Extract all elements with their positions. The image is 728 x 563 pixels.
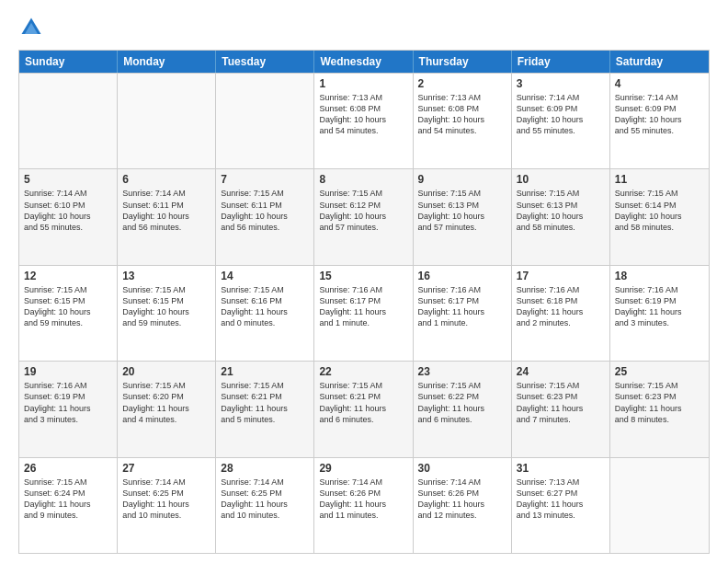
day-number: 18 (615, 270, 704, 282)
day-number: 14 (221, 270, 309, 282)
day-number: 19 (24, 365, 112, 378)
logo (18, 15, 48, 40)
day-number: 28 (221, 462, 309, 475)
cal-cell-3-6: 25Sunrise: 7:15 AM Sunset: 6:23 PM Dayli… (610, 362, 709, 456)
day-info: Sunrise: 7:16 AM Sunset: 6:17 PM Dayligh… (319, 284, 407, 329)
day-info: Sunrise: 7:15 AM Sunset: 6:13 PM Dayligh… (517, 188, 605, 233)
cal-cell-3-3: 22Sunrise: 7:15 AM Sunset: 6:21 PM Dayli… (314, 362, 413, 456)
day-info: Sunrise: 7:15 AM Sunset: 6:13 PM Dayligh… (418, 188, 506, 233)
cal-cell-3-1: 20Sunrise: 7:15 AM Sunset: 6:20 PM Dayli… (118, 362, 216, 456)
day-info: Sunrise: 7:15 AM Sunset: 6:12 PM Dayligh… (319, 188, 407, 233)
day-number: 30 (418, 462, 506, 475)
header (18, 15, 710, 40)
day-number: 27 (122, 462, 210, 475)
cal-cell-0-6: 4Sunrise: 7:14 AM Sunset: 6:09 PM Daylig… (610, 74, 709, 168)
day-number: 13 (122, 270, 210, 282)
day-info: Sunrise: 7:14 AM Sunset: 6:11 PM Dayligh… (122, 188, 210, 233)
calendar: SundayMondayTuesdayWednesdayThursdayFrid… (18, 50, 710, 554)
day-info: Sunrise: 7:15 AM Sunset: 6:21 PM Dayligh… (221, 380, 309, 425)
day-number: 29 (319, 462, 407, 475)
cal-cell-4-5: 31Sunrise: 7:13 AM Sunset: 6:27 PM Dayli… (512, 458, 610, 553)
day-number: 9 (418, 173, 506, 186)
day-info: Sunrise: 7:14 AM Sunset: 6:10 PM Dayligh… (24, 188, 112, 233)
day-info: Sunrise: 7:14 AM Sunset: 6:25 PM Dayligh… (122, 477, 210, 522)
cal-cell-4-6 (610, 458, 709, 553)
calendar-body: 1Sunrise: 7:13 AM Sunset: 6:08 PM Daylig… (19, 73, 709, 553)
day-info: Sunrise: 7:15 AM Sunset: 6:23 PM Dayligh… (517, 380, 605, 425)
day-number: 21 (221, 365, 309, 378)
cal-cell-2-4: 16Sunrise: 7:16 AM Sunset: 6:17 PM Dayli… (414, 266, 512, 361)
cal-cell-0-0 (19, 74, 118, 168)
cal-cell-4-1: 27Sunrise: 7:14 AM Sunset: 6:25 PM Dayli… (118, 458, 216, 553)
cal-week-4: 26Sunrise: 7:15 AM Sunset: 6:24 PM Dayli… (19, 457, 709, 553)
cal-cell-1-5: 10Sunrise: 7:15 AM Sunset: 6:13 PM Dayli… (512, 169, 610, 264)
day-info: Sunrise: 7:15 AM Sunset: 6:22 PM Dayligh… (418, 380, 506, 425)
day-info: Sunrise: 7:16 AM Sunset: 6:18 PM Dayligh… (517, 284, 605, 329)
day-number: 31 (517, 462, 605, 475)
cal-cell-3-4: 23Sunrise: 7:15 AM Sunset: 6:22 PM Dayli… (414, 362, 512, 456)
day-info: Sunrise: 7:15 AM Sunset: 6:21 PM Dayligh… (319, 380, 407, 425)
day-info: Sunrise: 7:14 AM Sunset: 6:09 PM Dayligh… (517, 92, 605, 137)
calendar-header: SundayMondayTuesdayWednesdayThursdayFrid… (19, 51, 709, 73)
day-number: 24 (517, 365, 605, 378)
cal-cell-1-2: 7Sunrise: 7:15 AM Sunset: 6:11 PM Daylig… (216, 169, 314, 264)
day-info: Sunrise: 7:16 AM Sunset: 6:19 PM Dayligh… (615, 284, 704, 329)
cal-cell-4-2: 28Sunrise: 7:14 AM Sunset: 6:25 PM Dayli… (216, 458, 314, 553)
day-info: Sunrise: 7:15 AM Sunset: 6:14 PM Dayligh… (615, 188, 704, 233)
cal-cell-1-1: 6Sunrise: 7:14 AM Sunset: 6:11 PM Daylig… (118, 169, 216, 264)
cal-cell-2-1: 13Sunrise: 7:15 AM Sunset: 6:15 PM Dayli… (118, 266, 216, 361)
cal-cell-2-0: 12Sunrise: 7:15 AM Sunset: 6:15 PM Dayli… (19, 266, 118, 361)
day-number: 25 (615, 365, 704, 378)
day-info: Sunrise: 7:15 AM Sunset: 6:11 PM Dayligh… (221, 188, 309, 233)
cal-header-monday: Monday (118, 51, 216, 73)
cal-cell-1-4: 9Sunrise: 7:15 AM Sunset: 6:13 PM Daylig… (414, 169, 512, 264)
cal-header-tuesday: Tuesday (216, 51, 314, 73)
cal-cell-1-0: 5Sunrise: 7:14 AM Sunset: 6:10 PM Daylig… (19, 169, 118, 264)
day-number: 11 (615, 173, 704, 186)
day-number: 17 (517, 270, 605, 282)
day-number: 3 (517, 77, 605, 90)
day-info: Sunrise: 7:14 AM Sunset: 6:25 PM Dayligh… (221, 477, 309, 522)
day-info: Sunrise: 7:15 AM Sunset: 6:24 PM Dayligh… (24, 477, 112, 522)
day-number: 8 (319, 173, 407, 186)
cal-cell-0-1 (118, 74, 216, 168)
day-number: 4 (615, 77, 704, 90)
day-number: 20 (122, 365, 210, 378)
logo-icon (18, 15, 44, 40)
cal-week-0: 1Sunrise: 7:13 AM Sunset: 6:08 PM Daylig… (19, 73, 709, 168)
cal-cell-2-6: 18Sunrise: 7:16 AM Sunset: 6:19 PM Dayli… (610, 266, 709, 361)
cal-week-1: 5Sunrise: 7:14 AM Sunset: 6:10 PM Daylig… (19, 168, 709, 264)
cal-cell-4-4: 30Sunrise: 7:14 AM Sunset: 6:26 PM Dayli… (414, 458, 512, 553)
day-number: 2 (418, 77, 506, 90)
cal-cell-2-3: 15Sunrise: 7:16 AM Sunset: 6:17 PM Dayli… (314, 266, 413, 361)
cal-cell-0-3: 1Sunrise: 7:13 AM Sunset: 6:08 PM Daylig… (314, 74, 413, 168)
cal-header-wednesday: Wednesday (314, 51, 413, 73)
day-info: Sunrise: 7:13 AM Sunset: 6:27 PM Dayligh… (517, 477, 605, 522)
day-info: Sunrise: 7:13 AM Sunset: 6:08 PM Dayligh… (418, 92, 506, 137)
cal-cell-3-5: 24Sunrise: 7:15 AM Sunset: 6:23 PM Dayli… (512, 362, 610, 456)
day-number: 12 (24, 270, 112, 282)
day-info: Sunrise: 7:15 AM Sunset: 6:15 PM Dayligh… (122, 284, 210, 329)
day-info: Sunrise: 7:14 AM Sunset: 6:26 PM Dayligh… (418, 477, 506, 522)
day-info: Sunrise: 7:15 AM Sunset: 6:16 PM Dayligh… (221, 284, 309, 329)
cal-cell-0-2 (216, 74, 314, 168)
cal-cell-2-2: 14Sunrise: 7:15 AM Sunset: 6:16 PM Dayli… (216, 266, 314, 361)
day-number: 15 (319, 270, 407, 282)
day-number: 10 (517, 173, 605, 186)
cal-cell-4-3: 29Sunrise: 7:14 AM Sunset: 6:26 PM Dayli… (314, 458, 413, 553)
day-number: 22 (319, 365, 407, 378)
cal-header-saturday: Saturday (610, 51, 709, 73)
day-info: Sunrise: 7:16 AM Sunset: 6:17 PM Dayligh… (418, 284, 506, 329)
day-info: Sunrise: 7:16 AM Sunset: 6:19 PM Dayligh… (24, 380, 112, 425)
cal-cell-4-0: 26Sunrise: 7:15 AM Sunset: 6:24 PM Dayli… (19, 458, 118, 553)
cal-cell-3-2: 21Sunrise: 7:15 AM Sunset: 6:21 PM Dayli… (216, 362, 314, 456)
cal-header-thursday: Thursday (414, 51, 512, 73)
day-info: Sunrise: 7:15 AM Sunset: 6:23 PM Dayligh… (615, 380, 704, 425)
day-info: Sunrise: 7:14 AM Sunset: 6:26 PM Dayligh… (319, 477, 407, 522)
day-number: 23 (418, 365, 506, 378)
day-number: 6 (122, 173, 210, 186)
day-info: Sunrise: 7:13 AM Sunset: 6:08 PM Dayligh… (319, 92, 407, 137)
day-number: 26 (24, 462, 112, 475)
cal-cell-1-3: 8Sunrise: 7:15 AM Sunset: 6:12 PM Daylig… (314, 169, 413, 264)
cal-cell-1-6: 11Sunrise: 7:15 AM Sunset: 6:14 PM Dayli… (610, 169, 709, 264)
